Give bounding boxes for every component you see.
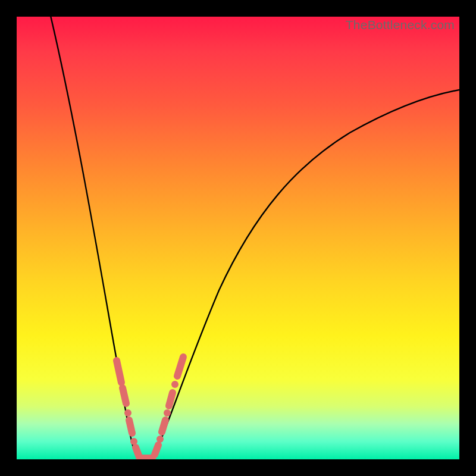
- svg-line-0: [117, 361, 121, 383]
- svg-point-12: [171, 381, 178, 388]
- svg-line-1: [123, 388, 126, 403]
- plot-area: TheBottleneck.com: [17, 17, 459, 459]
- svg-line-11: [169, 393, 173, 406]
- svg-point-2: [124, 409, 131, 416]
- svg-point-10: [164, 409, 171, 416]
- svg-line-7: [155, 445, 158, 455]
- svg-line-9: [162, 420, 165, 432]
- chart-frame: TheBottleneck.com: [17, 17, 459, 459]
- curve-right-branch: [154, 89, 459, 457]
- svg-line-3: [129, 420, 132, 433]
- svg-line-13: [177, 357, 183, 376]
- svg-point-8: [156, 436, 164, 443]
- watermark-text: TheBottleneck.com: [346, 18, 455, 32]
- bottleneck-curve-svg: [17, 17, 459, 459]
- marker-cluster-left: [117, 361, 139, 457]
- marker-cluster-right: [155, 357, 183, 455]
